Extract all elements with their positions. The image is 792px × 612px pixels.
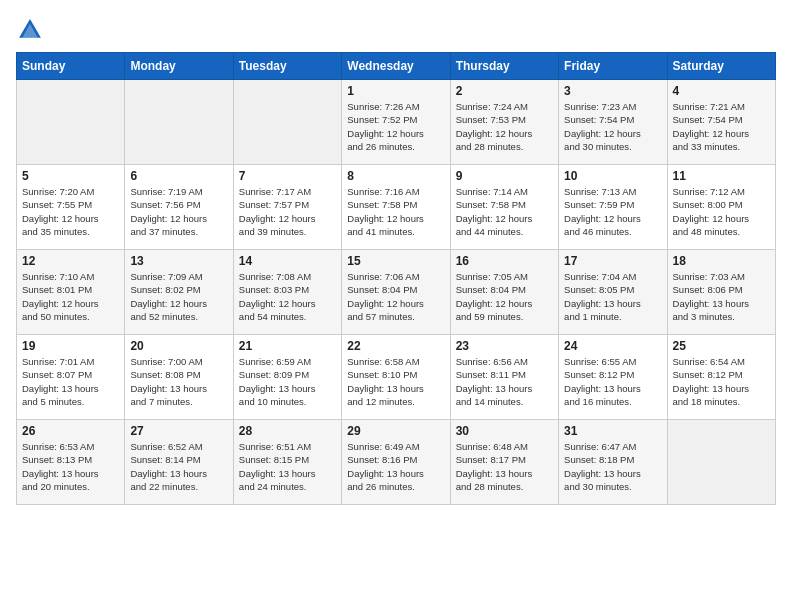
day-info: Sunrise: 7:19 AM Sunset: 7:56 PM Dayligh… (130, 185, 227, 238)
day-info: Sunrise: 6:52 AM Sunset: 8:14 PM Dayligh… (130, 440, 227, 493)
calendar-cell: 17Sunrise: 7:04 AM Sunset: 8:05 PM Dayli… (559, 250, 667, 335)
day-info: Sunrise: 7:23 AM Sunset: 7:54 PM Dayligh… (564, 100, 661, 153)
day-info: Sunrise: 7:12 AM Sunset: 8:00 PM Dayligh… (673, 185, 770, 238)
calendar-cell: 28Sunrise: 6:51 AM Sunset: 8:15 PM Dayli… (233, 420, 341, 505)
day-number: 27 (130, 424, 227, 438)
day-number: 31 (564, 424, 661, 438)
calendar-header-row: SundayMondayTuesdayWednesdayThursdayFrid… (17, 53, 776, 80)
day-info: Sunrise: 7:20 AM Sunset: 7:55 PM Dayligh… (22, 185, 119, 238)
day-info: Sunrise: 7:08 AM Sunset: 8:03 PM Dayligh… (239, 270, 336, 323)
calendar-cell: 6Sunrise: 7:19 AM Sunset: 7:56 PM Daylig… (125, 165, 233, 250)
day-number: 4 (673, 84, 770, 98)
calendar-cell: 1Sunrise: 7:26 AM Sunset: 7:52 PM Daylig… (342, 80, 450, 165)
day-info: Sunrise: 7:04 AM Sunset: 8:05 PM Dayligh… (564, 270, 661, 323)
day-info: Sunrise: 7:21 AM Sunset: 7:54 PM Dayligh… (673, 100, 770, 153)
day-info: Sunrise: 6:58 AM Sunset: 8:10 PM Dayligh… (347, 355, 444, 408)
day-info: Sunrise: 6:47 AM Sunset: 8:18 PM Dayligh… (564, 440, 661, 493)
day-number: 20 (130, 339, 227, 353)
calendar-cell: 26Sunrise: 6:53 AM Sunset: 8:13 PM Dayli… (17, 420, 125, 505)
day-number: 17 (564, 254, 661, 268)
calendar-week-row: 26Sunrise: 6:53 AM Sunset: 8:13 PM Dayli… (17, 420, 776, 505)
day-number: 7 (239, 169, 336, 183)
day-number: 15 (347, 254, 444, 268)
calendar-week-row: 19Sunrise: 7:01 AM Sunset: 8:07 PM Dayli… (17, 335, 776, 420)
calendar-cell: 22Sunrise: 6:58 AM Sunset: 8:10 PM Dayli… (342, 335, 450, 420)
calendar-cell: 13Sunrise: 7:09 AM Sunset: 8:02 PM Dayli… (125, 250, 233, 335)
page-header (16, 16, 776, 44)
calendar-cell: 4Sunrise: 7:21 AM Sunset: 7:54 PM Daylig… (667, 80, 775, 165)
calendar-cell: 3Sunrise: 7:23 AM Sunset: 7:54 PM Daylig… (559, 80, 667, 165)
calendar-cell: 27Sunrise: 6:52 AM Sunset: 8:14 PM Dayli… (125, 420, 233, 505)
day-info: Sunrise: 6:49 AM Sunset: 8:16 PM Dayligh… (347, 440, 444, 493)
day-info: Sunrise: 6:53 AM Sunset: 8:13 PM Dayligh… (22, 440, 119, 493)
day-number: 12 (22, 254, 119, 268)
calendar-week-row: 1Sunrise: 7:26 AM Sunset: 7:52 PM Daylig… (17, 80, 776, 165)
calendar-cell: 20Sunrise: 7:00 AM Sunset: 8:08 PM Dayli… (125, 335, 233, 420)
day-number: 8 (347, 169, 444, 183)
calendar-cell: 21Sunrise: 6:59 AM Sunset: 8:09 PM Dayli… (233, 335, 341, 420)
day-info: Sunrise: 7:26 AM Sunset: 7:52 PM Dayligh… (347, 100, 444, 153)
calendar-table: SundayMondayTuesdayWednesdayThursdayFrid… (16, 52, 776, 505)
day-number: 2 (456, 84, 553, 98)
calendar-cell: 15Sunrise: 7:06 AM Sunset: 8:04 PM Dayli… (342, 250, 450, 335)
day-number: 29 (347, 424, 444, 438)
day-info: Sunrise: 6:48 AM Sunset: 8:17 PM Dayligh… (456, 440, 553, 493)
calendar-cell: 7Sunrise: 7:17 AM Sunset: 7:57 PM Daylig… (233, 165, 341, 250)
day-info: Sunrise: 7:05 AM Sunset: 8:04 PM Dayligh… (456, 270, 553, 323)
day-info: Sunrise: 6:59 AM Sunset: 8:09 PM Dayligh… (239, 355, 336, 408)
calendar-cell (233, 80, 341, 165)
day-number: 19 (22, 339, 119, 353)
day-number: 26 (22, 424, 119, 438)
calendar-cell: 10Sunrise: 7:13 AM Sunset: 7:59 PM Dayli… (559, 165, 667, 250)
day-number: 24 (564, 339, 661, 353)
day-info: Sunrise: 6:56 AM Sunset: 8:11 PM Dayligh… (456, 355, 553, 408)
day-info: Sunrise: 7:00 AM Sunset: 8:08 PM Dayligh… (130, 355, 227, 408)
day-header-friday: Friday (559, 53, 667, 80)
day-header-thursday: Thursday (450, 53, 558, 80)
calendar-cell (125, 80, 233, 165)
day-info: Sunrise: 7:13 AM Sunset: 7:59 PM Dayligh… (564, 185, 661, 238)
day-info: Sunrise: 7:17 AM Sunset: 7:57 PM Dayligh… (239, 185, 336, 238)
day-info: Sunrise: 7:10 AM Sunset: 8:01 PM Dayligh… (22, 270, 119, 323)
day-header-saturday: Saturday (667, 53, 775, 80)
logo (16, 16, 48, 44)
calendar-cell: 5Sunrise: 7:20 AM Sunset: 7:55 PM Daylig… (17, 165, 125, 250)
day-info: Sunrise: 7:24 AM Sunset: 7:53 PM Dayligh… (456, 100, 553, 153)
calendar-week-row: 12Sunrise: 7:10 AM Sunset: 8:01 PM Dayli… (17, 250, 776, 335)
day-number: 14 (239, 254, 336, 268)
calendar-cell: 14Sunrise: 7:08 AM Sunset: 8:03 PM Dayli… (233, 250, 341, 335)
day-info: Sunrise: 7:09 AM Sunset: 8:02 PM Dayligh… (130, 270, 227, 323)
calendar-cell: 25Sunrise: 6:54 AM Sunset: 8:12 PM Dayli… (667, 335, 775, 420)
day-number: 13 (130, 254, 227, 268)
day-info: Sunrise: 7:06 AM Sunset: 8:04 PM Dayligh… (347, 270, 444, 323)
day-number: 1 (347, 84, 444, 98)
day-number: 6 (130, 169, 227, 183)
day-number: 10 (564, 169, 661, 183)
calendar-cell: 12Sunrise: 7:10 AM Sunset: 8:01 PM Dayli… (17, 250, 125, 335)
day-info: Sunrise: 7:14 AM Sunset: 7:58 PM Dayligh… (456, 185, 553, 238)
day-number: 30 (456, 424, 553, 438)
calendar-cell (667, 420, 775, 505)
day-header-sunday: Sunday (17, 53, 125, 80)
day-number: 21 (239, 339, 336, 353)
calendar-week-row: 5Sunrise: 7:20 AM Sunset: 7:55 PM Daylig… (17, 165, 776, 250)
logo-icon (16, 16, 44, 44)
day-info: Sunrise: 7:03 AM Sunset: 8:06 PM Dayligh… (673, 270, 770, 323)
day-number: 18 (673, 254, 770, 268)
day-info: Sunrise: 6:54 AM Sunset: 8:12 PM Dayligh… (673, 355, 770, 408)
calendar-cell: 19Sunrise: 7:01 AM Sunset: 8:07 PM Dayli… (17, 335, 125, 420)
calendar-cell: 9Sunrise: 7:14 AM Sunset: 7:58 PM Daylig… (450, 165, 558, 250)
day-info: Sunrise: 7:16 AM Sunset: 7:58 PM Dayligh… (347, 185, 444, 238)
day-header-tuesday: Tuesday (233, 53, 341, 80)
day-info: Sunrise: 7:01 AM Sunset: 8:07 PM Dayligh… (22, 355, 119, 408)
day-info: Sunrise: 6:51 AM Sunset: 8:15 PM Dayligh… (239, 440, 336, 493)
day-number: 16 (456, 254, 553, 268)
calendar-cell: 11Sunrise: 7:12 AM Sunset: 8:00 PM Dayli… (667, 165, 775, 250)
calendar-cell: 24Sunrise: 6:55 AM Sunset: 8:12 PM Dayli… (559, 335, 667, 420)
day-number: 25 (673, 339, 770, 353)
day-number: 28 (239, 424, 336, 438)
day-number: 11 (673, 169, 770, 183)
calendar-cell: 31Sunrise: 6:47 AM Sunset: 8:18 PM Dayli… (559, 420, 667, 505)
day-info: Sunrise: 6:55 AM Sunset: 8:12 PM Dayligh… (564, 355, 661, 408)
day-header-monday: Monday (125, 53, 233, 80)
